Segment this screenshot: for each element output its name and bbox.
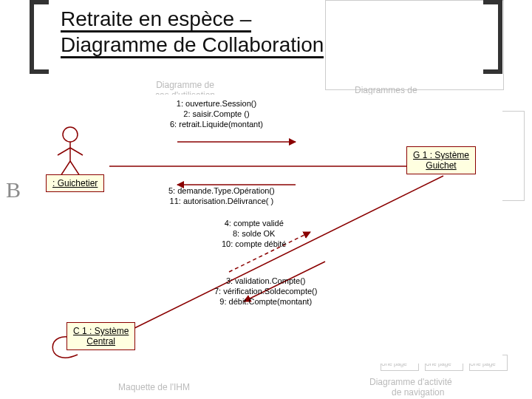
svg-line-11: [70, 161, 80, 176]
msg-top-back: 5: demande.Type.Opération() 11: autorisa…: [168, 186, 275, 207]
svg-line-9: [70, 148, 83, 155]
bg-big-b: B: [6, 177, 21, 202]
msg-mid-return: 4: compte validé 8: solde OK 10: compte …: [222, 219, 286, 249]
title-line2: Diagramme de Collaboration: [61, 33, 324, 58]
bg-label-bottom-right-1: Diagramme d'activité: [369, 377, 452, 387]
msg-bottom-call: 3: validation.Compte() 7: vérification.S…: [214, 276, 317, 307]
object-central: C 1 : Système Central: [66, 322, 135, 350]
bg-label-bottom-left: Maquette de l'IHM: [118, 382, 190, 392]
bg-label-bottom-right-2: de navigation: [392, 387, 444, 398]
slide-canvas: Diagrammes de Diagramme de cas d'utilisa…: [0, 0, 532, 399]
slide-title: Retraite en espèce – Diagramme de Collab…: [37, 6, 495, 58]
object-guichet: G 1 : Système Guichet: [406, 146, 476, 174]
title-line1: Retraite en espèce –: [61, 7, 251, 33]
svg-line-8: [58, 148, 70, 155]
msg-top-forward: 1: ouverture.Session() 2: saisir.Compte …: [170, 99, 263, 129]
svg-line-10: [61, 161, 70, 176]
actor-guichetier: : Guichetier: [46, 174, 104, 192]
collaboration-diagram: : Guichetier G 1 : Système Guichet C 1 :…: [30, 95, 502, 364]
svg-point-6: [63, 127, 78, 142]
